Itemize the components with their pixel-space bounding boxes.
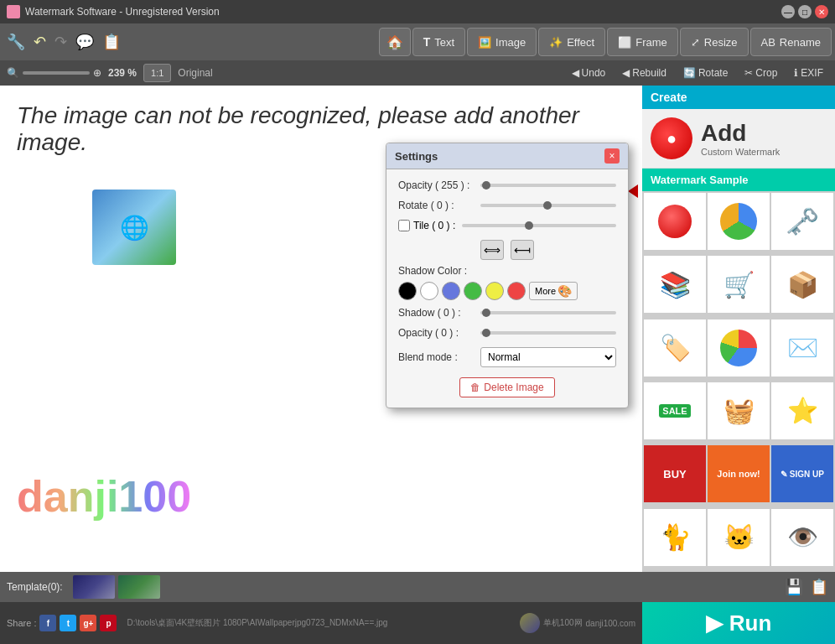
- dialog-close-button[interactable]: ×: [604, 148, 620, 164]
- opacity2-slider[interactable]: [480, 331, 616, 335]
- shadow-color-section: Shadow Color :: [398, 265, 616, 277]
- zoom-value: 239 %: [108, 67, 137, 79]
- direction-horizontal-button[interactable]: ⟺: [480, 240, 504, 260]
- zoom-preset-button[interactable]: 1:1: [143, 64, 171, 82]
- add-watermark-section[interactable]: ● Add Custom Watermark: [642, 109, 835, 169]
- effect-label: Effect: [567, 36, 594, 49]
- template-thumb-1[interactable]: [73, 575, 115, 599]
- bottom-actions: 💾 📋: [785, 578, 828, 596]
- zoom-control: 🔍 ⊕: [7, 67, 101, 79]
- exif-button[interactable]: ℹ EXIF: [789, 65, 828, 80]
- watermark-item-join[interactable]: Join now!: [708, 445, 770, 502]
- template-thumbnails: [73, 575, 160, 599]
- quick-access-5[interactable]: 📋: [99, 33, 124, 51]
- rotate-button[interactable]: 🔄 Rotate: [678, 65, 733, 80]
- watermark-item-10[interactable]: SALE: [644, 382, 706, 439]
- watermark-item-8[interactable]: [708, 319, 770, 377]
- blend-label: Blend mode :: [398, 351, 474, 363]
- watermark-sample-header: Watermark Sample: [642, 169, 835, 191]
- minimize-button[interactable]: —: [781, 5, 795, 18]
- home-button[interactable]: 🏠: [379, 28, 411, 56]
- twitter-share-button[interactable]: t: [60, 615, 76, 631]
- delete-image-button[interactable]: 🗑 Delete Image: [459, 377, 554, 397]
- text-button[interactable]: T Text: [412, 28, 465, 56]
- watermark-item-12[interactable]: ⭐: [771, 382, 833, 439]
- tile-checkbox-label[interactable]: Tile ( 0 ) :: [398, 220, 455, 231]
- watermark-item-1[interactable]: [644, 193, 706, 250]
- rebuild-button[interactable]: ◀ Rebuild: [617, 65, 672, 80]
- tile-checkbox[interactable]: [398, 220, 410, 231]
- pinterest-share-button[interactable]: p: [100, 615, 117, 631]
- watermark-item-signup[interactable]: ✎ SIGN UP: [771, 445, 833, 502]
- rotate-label: Rotate ( 0 ) :: [398, 200, 474, 211]
- shadow-row: Shadow ( 0 ) :: [398, 307, 616, 319]
- blend-mode-select[interactable]: Normal Multiply Screen Overlay: [480, 347, 616, 367]
- watermark-item-buy[interactable]: BUY: [644, 445, 706, 502]
- zoom-out-icon[interactable]: 🔍: [7, 67, 19, 79]
- more-colors-button[interactable]: More 🎨: [529, 282, 578, 300]
- zoom-slider[interactable]: [23, 71, 90, 75]
- watermark-item-6[interactable]: 📦: [771, 256, 833, 313]
- image-button[interactable]: 🖼️ Image: [467, 28, 537, 56]
- resize-label: Resize: [704, 36, 738, 49]
- close-button[interactable]: ✕: [815, 5, 828, 18]
- export-button[interactable]: 📋: [810, 578, 828, 596]
- dialog-body: Opacity ( 255 ) : Rotate ( 0 ) : Tile ( …: [386, 169, 628, 408]
- file-path: D:\tools\桌面\4K壁纸图片 1080P\AIWallpaperjpg0…: [127, 617, 387, 629]
- add-watermark-text: Add Custom Watermark: [701, 120, 780, 157]
- color-swatch-white[interactable]: [420, 282, 438, 300]
- save-button[interactable]: 💾: [785, 578, 803, 596]
- effect-button[interactable]: ✨ Effect: [538, 28, 605, 56]
- direction-buttons: ⟺ ⟻: [398, 240, 616, 260]
- direction-vertical-button[interactable]: ⟻: [511, 240, 534, 260]
- zoom-original-label: Original: [178, 67, 212, 79]
- watermark-item-4[interactable]: 📚: [644, 256, 706, 313]
- quick-access-1[interactable]: 🔧: [3, 33, 29, 51]
- resize-button[interactable]: ⤢ Resize: [680, 28, 749, 56]
- window-title: Watermark Software - Unregistered Versio…: [25, 6, 781, 18]
- opacity-slider[interactable]: [480, 184, 616, 187]
- opacity2-row: Opacity ( 0 ) :: [398, 327, 616, 339]
- color-swatch-black[interactable]: [398, 282, 417, 300]
- template-label: Template(0):: [7, 581, 63, 593]
- color-swatch-yellow[interactable]: [485, 282, 504, 300]
- brand-logo: [520, 613, 540, 633]
- branding: 单机100网 danji100.com: [520, 613, 635, 633]
- watermark-item-13[interactable]: 🐈: [644, 509, 706, 566]
- watermark-item-9[interactable]: ✉️: [771, 319, 833, 377]
- delete-icon: 🗑: [470, 382, 480, 393]
- color-swatch-red[interactable]: [507, 282, 526, 300]
- app-icon: [7, 5, 20, 18]
- watermark-item-3[interactable]: 🗝️: [771, 193, 833, 250]
- quick-access-3[interactable]: ↷: [51, 33, 70, 51]
- quick-access-4[interactable]: 💬: [72, 33, 97, 51]
- color-swatch-green[interactable]: [464, 282, 482, 300]
- watermark-item-2[interactable]: [708, 193, 770, 250]
- quick-access-2[interactable]: ↶: [30, 33, 49, 51]
- maximize-button[interactable]: □: [798, 5, 812, 18]
- shadow-label: Shadow ( 0 ) :: [398, 307, 474, 319]
- rotate-slider[interactable]: [480, 204, 616, 207]
- rename-button[interactable]: AB Rename: [750, 28, 832, 56]
- facebook-share-button[interactable]: f: [39, 615, 56, 631]
- shadow-slider[interactable]: [480, 311, 616, 314]
- googleplus-share-button[interactable]: g+: [80, 615, 96, 631]
- watermark-item-7[interactable]: 🏷️: [644, 319, 706, 377]
- undo-button[interactable]: ◀ Undo: [567, 65, 611, 80]
- rename-icon: AB: [761, 36, 775, 49]
- more-label: More: [535, 286, 556, 296]
- watermark-item-11[interactable]: 🧺: [708, 382, 770, 439]
- crop-button[interactable]: ✂ Crop: [739, 65, 782, 80]
- tile-slider[interactable]: [462, 224, 616, 227]
- add-watermark-icon: ●: [651, 117, 692, 159]
- frame-button[interactable]: ⬜ Frame: [607, 28, 678, 56]
- watermark-item-14[interactable]: 🐱: [708, 509, 770, 566]
- run-button[interactable]: ▶ Run: [642, 602, 835, 644]
- template-thumb-2[interactable]: [118, 575, 160, 599]
- watermark-item-15[interactable]: 👁️: [771, 509, 833, 566]
- exif-icon: ℹ: [794, 67, 798, 79]
- canvas-image: 🌐: [92, 190, 176, 265]
- zoom-in-icon[interactable]: ⊕: [93, 67, 101, 79]
- watermark-item-5[interactable]: 🛒: [708, 256, 770, 313]
- color-swatch-blue[interactable]: [442, 282, 460, 300]
